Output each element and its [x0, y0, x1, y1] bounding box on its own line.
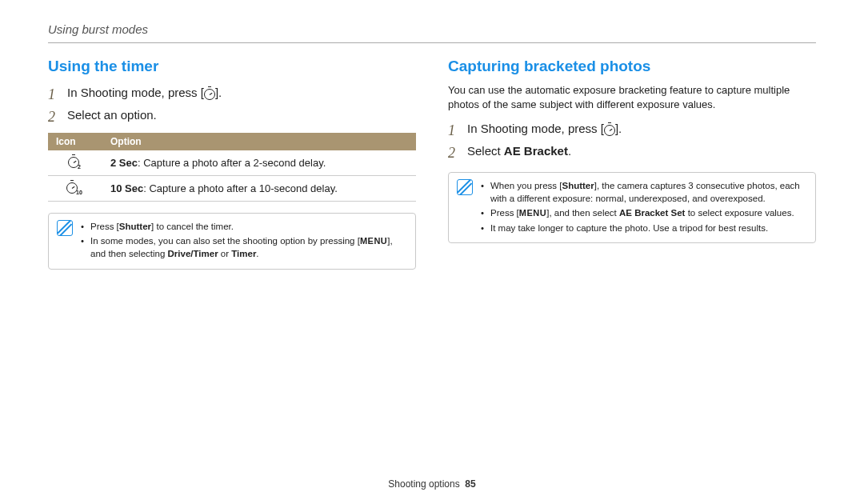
- note-icon: [57, 220, 73, 236]
- left-step-1: In Shooting mode, press [].: [48, 83, 416, 104]
- two-column-layout: Using the timer In Shooting mode, press …: [48, 58, 816, 270]
- timer-icon: [604, 121, 615, 140]
- left-steps: In Shooting mode, press []. Select an op…: [48, 83, 416, 125]
- timer-2sec-icon: 2: [48, 150, 102, 176]
- manual-page: Using burst modes Using the timer In Sho…: [0, 0, 864, 504]
- right-note: When you press [Shutter], the camera cap…: [448, 172, 816, 243]
- left-column: Using the timer In Shooting mode, press …: [48, 58, 416, 270]
- right-steps: In Shooting mode, press []. Select AE Br…: [448, 119, 816, 161]
- right-step-1: In Shooting mode, press [].: [448, 119, 816, 140]
- page-footer: Shooting options 85: [0, 478, 864, 490]
- left-note: Press [Shutter] to cancel the timer. In …: [48, 213, 416, 270]
- text: In Shooting mode, press [: [467, 122, 604, 135]
- text: ].: [215, 86, 222, 99]
- timer-icon: [204, 85, 215, 104]
- text: In Shooting mode, press [: [67, 86, 204, 99]
- page-number: 85: [465, 478, 475, 490]
- table-row: 10 10 Sec: Capture a photo after a 10-se…: [48, 176, 416, 202]
- left-heading: Using the timer: [48, 58, 416, 75]
- left-note-list: Press [Shutter] to cancel the timer. In …: [81, 220, 407, 262]
- menu-icon: MENU: [360, 236, 387, 246]
- divider: [48, 42, 816, 43]
- note-item: In some modes, you can also set the shoo…: [81, 234, 407, 260]
- breadcrumb: Using burst modes: [48, 22, 816, 36]
- note-icon: [457, 179, 473, 195]
- col-header-option: Option: [102, 133, 416, 150]
- right-note-list: When you press [Shutter], the camera cap…: [481, 179, 807, 236]
- note-item: When you press [Shutter], the camera cap…: [481, 179, 807, 205]
- note-item: Press [MENU], and then select AE Bracket…: [481, 206, 807, 219]
- timer-options-table: Icon Option 2 2 Sec: Capture a photo aft…: [48, 133, 416, 202]
- timer-10sec-desc: 10 Sec: Capture a photo after a 10-secon…: [102, 176, 416, 202]
- menu-icon: MENU: [519, 208, 546, 218]
- timer-2sec-desc: 2 Sec: Capture a photo after a 2-second …: [102, 150, 416, 176]
- table-row: 2 2 Sec: Capture a photo after a 2-secon…: [48, 150, 416, 176]
- right-column: Capturing bracketed photos You can use t…: [448, 58, 816, 270]
- right-heading: Capturing bracketed photos: [448, 58, 816, 75]
- note-item: It may take longer to capture the photo.…: [481, 222, 807, 234]
- right-intro: You can use the automatic exposure brack…: [448, 83, 816, 111]
- note-item: Press [Shutter] to cancel the timer.: [81, 220, 407, 233]
- col-header-icon: Icon: [48, 133, 102, 150]
- footer-section: Shooting options: [388, 478, 459, 490]
- left-step-2: Select an option.: [48, 106, 416, 125]
- text: ].: [615, 122, 622, 135]
- right-step-2: Select AE Bracket.: [448, 142, 816, 161]
- timer-10sec-icon: 10: [48, 176, 102, 202]
